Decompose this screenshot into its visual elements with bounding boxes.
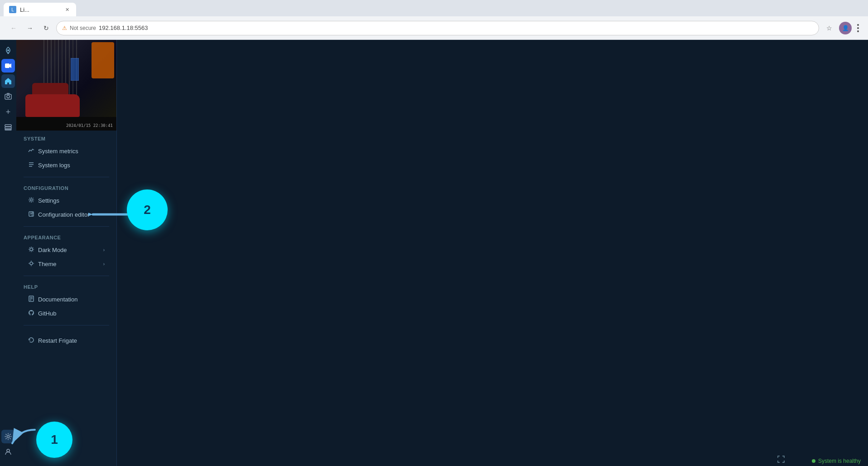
tab-favicon: L xyxy=(9,6,16,13)
documentation-icon xyxy=(28,296,34,303)
config-editor-icon xyxy=(28,211,34,218)
svg-point-24 xyxy=(30,262,33,265)
camera-timestamp: 2024/01/15 22:30:41 xyxy=(66,123,113,128)
configuration-editor-label: Configuration editor xyxy=(38,211,89,218)
reload-button[interactable]: ↻ xyxy=(40,22,53,34)
svg-point-13 xyxy=(30,199,33,201)
fullscreen-button[interactable] xyxy=(776,454,786,466)
dark-mode-chevron: › xyxy=(103,248,105,252)
bookmark-button[interactable]: ☆ xyxy=(823,22,835,34)
tab-title: Li... xyxy=(20,6,29,13)
app-container: + xyxy=(0,40,868,466)
appearance-section: Appearance Dark Mode xyxy=(16,229,116,273)
restart-label: Restart Frigate xyxy=(38,337,77,344)
system-metrics-item[interactable]: System metrics xyxy=(24,144,109,158)
svg-rect-1 xyxy=(5,63,10,68)
menu-dot xyxy=(857,30,859,32)
theme-label: Theme xyxy=(38,261,56,267)
security-icon: ⚠ xyxy=(62,25,67,31)
annotation-circle-2: 2 xyxy=(127,189,168,230)
logs-icon xyxy=(28,161,34,169)
system-logs-label: System logs xyxy=(38,162,70,169)
camera-button[interactable] xyxy=(1,90,15,103)
theme-item[interactable]: Theme › xyxy=(24,257,109,271)
menu-dot xyxy=(857,27,859,29)
status-bar: System is healthy xyxy=(805,456,868,466)
svg-line-21 xyxy=(33,251,33,251)
theme-icon xyxy=(28,260,34,268)
tab-bar: L Li... ✕ xyxy=(0,0,868,16)
svg-rect-5 xyxy=(5,125,11,126)
restart-icon xyxy=(28,337,34,345)
camera-preview: 2024/01/15 22:30:41 xyxy=(16,40,116,131)
back-button[interactable]: ← xyxy=(7,22,20,34)
status-text: System is healthy xyxy=(818,458,861,464)
documentation-label: Documentation xyxy=(38,296,77,303)
profile-button[interactable]: 👤 xyxy=(839,22,852,34)
frigate-logo-button[interactable] xyxy=(1,44,15,57)
home-button[interactable] xyxy=(1,74,15,88)
metrics-icon xyxy=(28,147,34,155)
system-logs-item[interactable]: System logs xyxy=(24,158,109,172)
system-section: System System metrics System lo xyxy=(16,131,116,174)
svg-rect-6 xyxy=(5,127,11,129)
system-section-title: System xyxy=(24,136,109,141)
status-dot xyxy=(812,459,815,463)
restart-section: Restart Frigate xyxy=(16,328,116,350)
main-content xyxy=(117,40,868,466)
settings-label: Settings xyxy=(38,197,59,204)
storage-button[interactable] xyxy=(1,121,15,134)
icon-sidebar: + xyxy=(0,40,16,466)
divider-4 xyxy=(24,325,109,325)
address-bar[interactable]: ⚠ Not secure 192.168.1.18:5563 xyxy=(56,21,819,35)
github-label: GitHub xyxy=(38,310,56,317)
arrow-1 xyxy=(10,425,37,448)
add-button[interactable]: + xyxy=(1,105,15,119)
dark-mode-label: Dark Mode xyxy=(38,247,67,253)
annotation-circle-1: 1 xyxy=(36,422,72,458)
svg-point-15 xyxy=(30,248,33,251)
github-icon xyxy=(28,310,34,317)
svg-point-9 xyxy=(7,449,10,452)
divider-1 xyxy=(24,177,109,177)
menu-panel: 2024/01/15 22:30:41 System System metric… xyxy=(16,40,117,466)
security-label: Not secure xyxy=(70,25,96,31)
svg-point-4 xyxy=(7,95,10,98)
svg-line-22 xyxy=(29,251,30,251)
active-tab[interactable]: L Li... ✕ xyxy=(4,3,76,16)
forward-button[interactable]: → xyxy=(24,22,36,34)
nav-bar: ← → ↻ ⚠ Not secure 192.168.1.18:5563 ☆ 👤 xyxy=(0,16,868,40)
menu-dot xyxy=(857,24,859,26)
svg-point-8 xyxy=(7,436,10,438)
help-section: Help Documentation xyxy=(16,279,116,322)
settings-menu-icon xyxy=(28,197,34,204)
restart-item[interactable]: Restart Frigate xyxy=(24,334,109,348)
github-item[interactable]: GitHub xyxy=(24,306,109,320)
divider-3 xyxy=(24,276,109,276)
theme-chevron: › xyxy=(103,262,105,267)
appearance-section-title: Appearance xyxy=(24,235,109,240)
address-url: 192.168.1.18:5563 xyxy=(99,24,148,31)
system-metrics-label: System metrics xyxy=(38,148,78,155)
configuration-section-title: Configuration xyxy=(24,185,109,191)
svg-point-0 xyxy=(7,49,9,51)
svg-rect-7 xyxy=(5,129,11,130)
svg-line-23 xyxy=(33,248,33,248)
video-button[interactable] xyxy=(1,59,15,73)
tab-close-button[interactable]: ✕ xyxy=(63,6,71,13)
menu-button[interactable] xyxy=(855,22,861,34)
svg-marker-2 xyxy=(10,63,11,68)
help-section-title: Help xyxy=(24,284,109,290)
dark-mode-item[interactable]: Dark Mode › xyxy=(24,243,109,257)
arrow-2 xyxy=(88,199,134,230)
dark-mode-icon xyxy=(28,246,34,254)
browser-chrome: L Li... ✕ ← → ↻ ⚠ Not secure 192.168.1.1… xyxy=(0,0,868,40)
svg-line-20 xyxy=(29,248,30,248)
documentation-item[interactable]: Documentation xyxy=(24,292,109,306)
